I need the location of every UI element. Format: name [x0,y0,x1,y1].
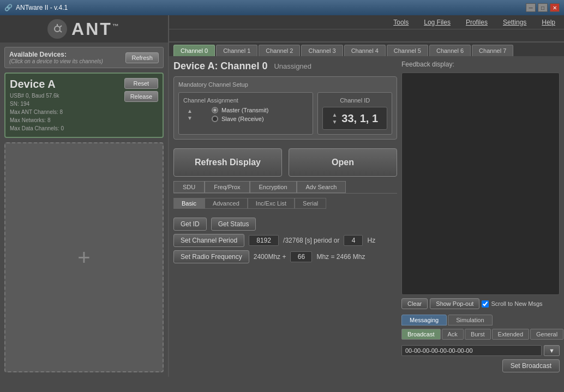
ant-logo: ANT™ [47,19,121,39]
app-title: ANTware II - v.4.1 [16,4,68,11]
set-radio-frequency-button[interactable]: Set Radio Frequency [173,250,249,263]
mandatory-title: Mandatory Channel Setup [178,81,392,88]
channel-tab-3[interactable]: Channel 3 [301,45,343,56]
available-devices-header: Available Devices: (Click on a device to… [4,47,164,68]
assignment-arrows: ▲ ▼ [183,108,196,121]
tab-freq-prox[interactable]: Freq/Prox [205,181,249,193]
close-button[interactable]: ✕ [550,3,560,12]
right-panel: Channel 0 Channel 1 Channel 2 Channel 3 … [169,43,564,377]
menu-help[interactable]: Help [539,17,557,27]
bottom-controls: Get ID Get Status Set Channel Period /32… [173,215,397,263]
titlebar-controls[interactable]: ─ □ ✕ [526,3,560,12]
tab-serial[interactable]: Serial [295,198,326,209]
sub-tabs-row1: SDU Freq/Prox Encryption Adv Search [173,181,397,194]
channel-period-input[interactable] [249,235,279,246]
add-device-box[interactable]: + [4,142,164,372]
release-button[interactable]: Release [124,91,158,102]
get-status-button[interactable]: Get Status [211,218,256,231]
device-actions: Reset Release [124,78,158,102]
minimize-button[interactable]: ─ [526,3,536,12]
scroll-checkbox[interactable] [482,300,489,307]
tab-advanced[interactable]: Advanced [205,198,248,209]
set-channel-period-button[interactable]: Set Channel Period [173,234,244,247]
maximize-button[interactable]: □ [538,3,548,12]
refresh-button[interactable]: Refresh [125,52,159,63]
channel-tab-0[interactable]: Channel 0 [173,45,215,56]
clear-button[interactable]: Clear [401,298,428,309]
device-max-data: Max Data Channels: 0 [10,124,158,132]
channel-tab-2[interactable]: Channel 2 [259,45,300,56]
tab-basic[interactable]: Basic [173,198,205,209]
menu-profiles[interactable]: Profiles [464,17,490,27]
channel-tab-4[interactable]: Channel 4 [344,45,386,56]
messaging-tabs: Messaging Simulation [401,315,560,325]
channel-tab-5[interactable]: Channel 5 [387,45,428,56]
radio-base-label: 2400Mhz + [254,253,286,261]
feedback-display [401,73,560,295]
channel-tab-1[interactable]: Channel 1 [216,45,257,56]
menubar: Tools Log Files Profiles Settings Help [169,15,564,29]
msg-tab-ack[interactable]: Ack [442,329,464,340]
channel-assignment-title: Channel Assignment [183,97,308,104]
tab-sdu[interactable]: SDU [173,181,205,193]
channel-id-display: ▲ ▼ 33, 1, 1 [322,107,387,130]
broadcast-area: ▼ Set Broadcast [401,345,560,372]
sidebar-header-title: Available Devices: [9,51,103,58]
open-button[interactable]: Open [289,148,397,177]
channel-period-hz-input[interactable] [344,235,363,246]
broadcast-dropdown-button[interactable]: ▼ [544,345,560,356]
logo-text: ANT™ [71,19,121,39]
sidebar-header-subtitle: (Click on a device to view its channels) [9,58,103,64]
msg-tab-broadcast[interactable]: Broadcast [401,329,441,340]
channel-id-up-icon[interactable]: ▲ [332,112,337,118]
titlebar: 🔗 ANTware II - v.4.1 ─ □ ✕ [0,0,564,15]
show-popout-button[interactable]: Show Pop-out [430,298,479,309]
svg-point-0 [55,26,60,32]
menu-logfiles[interactable]: Log Files [422,17,453,27]
arrow-up-icon[interactable]: ▲ [187,108,193,114]
device-box[interactable]: Device A USB# 0, Baud 57.6k SN: 194 Max … [4,73,164,138]
master-transmit-option[interactable]: Master (Transmit) [212,107,268,113]
channel-status: Unassigned [274,62,311,70]
svg-line-2 [60,26,62,27]
msg-tab-burst[interactable]: Burst [465,329,491,340]
get-id-button[interactable]: Get ID [173,218,207,231]
arrow-down-icon[interactable]: ▼ [187,115,193,121]
tab-adv-search[interactable]: Adv Search [297,181,346,193]
channel-title: Device A: Channel 0 [173,61,267,72]
broadcast-input-row: ▼ [401,345,560,356]
channel-assignment-box: Channel Assignment ▲ ▼ [178,92,313,135]
mandatory-channel-setup: Mandatory Channel Setup Channel Assignme… [173,76,397,140]
channel-id-title: Channel ID [340,97,370,104]
channel-tabs: Channel 0 Channel 1 Channel 2 Channel 3 … [169,43,564,56]
logo-section: ANT™ [0,15,169,43]
radio-frequency-input[interactable] [290,251,312,262]
app-icon: 🔗 [4,4,13,11]
channel-type-group: Master (Transmit) Slave (Receive) [212,107,268,122]
master-radio-btn [212,107,218,113]
tab-encryption[interactable]: Encryption [250,181,297,193]
slave-receive-option[interactable]: Slave (Receive) [212,116,268,122]
channel-id-down-icon[interactable]: ▼ [332,119,337,125]
menu-settings[interactable]: Settings [501,17,529,27]
svg-line-3 [60,31,62,32]
channel-tab-6[interactable]: Channel 6 [429,45,471,56]
channel-tab-7[interactable]: Channel 7 [472,45,513,56]
scroll-checkbox-label[interactable]: Scroll to New Msgs [482,300,542,307]
msg-tab-general[interactable]: General [530,329,563,340]
channel-period-unit: /32768 [s] period or [283,237,339,244]
broadcast-value-input[interactable] [401,345,542,356]
feedback-controls: Clear Show Pop-out Scroll to New Msgs [401,298,560,309]
refresh-display-button[interactable]: Refresh Display [173,148,282,177]
tab-inc-exc[interactable]: Inc/Exc List [248,198,295,209]
feedback-label: Feedback display: [401,61,560,68]
device-max-ant: Max ANT Channels: 8 [10,108,158,116]
menu-tools[interactable]: Tools [391,17,411,27]
msg-tab-extended[interactable]: Extended [492,329,529,340]
ant-logo-icon [47,19,67,39]
tab-messaging[interactable]: Messaging [401,315,447,325]
reset-button[interactable]: Reset [124,78,158,89]
channel-id-arrows: ▲ ▼ [332,112,337,125]
tab-simulation[interactable]: Simulation [448,315,492,325]
set-broadcast-button[interactable]: Set Broadcast [502,359,560,372]
